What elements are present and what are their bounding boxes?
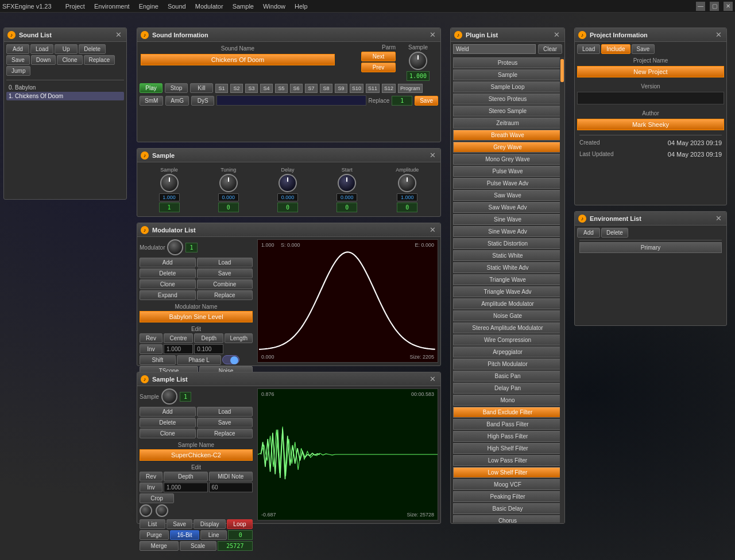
env-add[interactable]: Add bbox=[577, 228, 600, 238]
slot-program[interactable]: Program bbox=[398, 84, 423, 93]
sound-save-button[interactable]: Save bbox=[6, 55, 30, 65]
plugin-item-15[interactable]: Static Distortion bbox=[453, 238, 562, 249]
mod-phasel[interactable]: Phase L bbox=[177, 355, 221, 365]
plugin-item-2[interactable]: Sample Loop bbox=[453, 81, 562, 92]
sl-scale[interactable]: Scale bbox=[180, 541, 216, 551]
menu-modulator[interactable]: Modulator bbox=[191, 3, 228, 10]
slot-s12[interactable]: S12 bbox=[382, 84, 396, 93]
sample-k2-knob[interactable] bbox=[278, 174, 297, 192]
sound-load-button[interactable]: Load bbox=[30, 44, 53, 54]
plugin-list-close[interactable]: ✕ bbox=[552, 30, 561, 39]
plugin-item-32[interactable]: High Shelf Filter bbox=[453, 443, 562, 454]
mod-add[interactable]: Add bbox=[140, 258, 196, 267]
plugin-item-4[interactable]: Stereo Sample bbox=[453, 106, 562, 116]
proj-load[interactable]: Load bbox=[577, 44, 600, 54]
plugin-item-23[interactable]: Wire Compression bbox=[453, 335, 562, 345]
env-delete[interactable]: Delete bbox=[601, 228, 628, 238]
sl-merge[interactable]: Merge bbox=[140, 541, 179, 551]
mod-delete[interactable]: Delete bbox=[140, 269, 196, 278]
sl-loop[interactable]: Loop bbox=[227, 519, 253, 529]
plugin-item-30[interactable]: Band Pass Filter bbox=[453, 419, 562, 430]
mod-rev[interactable]: Rev bbox=[140, 333, 163, 343]
sample-knob[interactable] bbox=[409, 52, 427, 70]
dys-button[interactable]: DyS bbox=[191, 96, 214, 106]
plugin-item-0[interactable]: Proteus bbox=[453, 57, 562, 68]
plugin-item-16[interactable]: Static White bbox=[453, 250, 562, 261]
env-item-primary[interactable]: Primary bbox=[579, 242, 722, 253]
sl-load[interactable]: Load bbox=[197, 407, 253, 417]
sl-clone[interactable]: Clone bbox=[140, 429, 196, 438]
slot-s11[interactable]: S11 bbox=[366, 84, 380, 93]
mod-knob[interactable] bbox=[167, 239, 183, 255]
sound-save-btn[interactable]: Save bbox=[415, 96, 438, 106]
menu-window[interactable]: Window bbox=[258, 3, 290, 10]
mod-length-val[interactable] bbox=[194, 344, 223, 354]
mod-save[interactable]: Save bbox=[197, 269, 253, 278]
sound-down-button[interactable]: Down bbox=[31, 55, 56, 65]
slot-s6[interactable]: S6 bbox=[290, 84, 303, 93]
sl-rev[interactable]: Rev bbox=[140, 472, 163, 481]
proj-name-input[interactable] bbox=[577, 66, 724, 77]
slot-s8[interactable]: S8 bbox=[320, 84, 332, 93]
mod-depth-btn[interactable]: Depth bbox=[194, 333, 223, 343]
plugin-item-38[interactable]: Chorus bbox=[453, 515, 562, 523]
plugin-item-26[interactable]: Basic Pan bbox=[453, 371, 562, 382]
sl-add[interactable]: Add bbox=[140, 407, 196, 417]
slot-s1[interactable]: S1 bbox=[215, 84, 228, 93]
kill-button[interactable]: Kill bbox=[190, 83, 213, 93]
sound-up-button[interactable]: Up bbox=[55, 44, 78, 54]
menu-project[interactable]: Project bbox=[61, 3, 90, 10]
sl-midi-btn[interactable]: MIDI Note bbox=[209, 472, 253, 481]
menu-help[interactable]: Help bbox=[290, 3, 312, 10]
mod-replace[interactable]: Replace bbox=[197, 290, 253, 300]
plugin-item-36[interactable]: Peaking Filter bbox=[453, 491, 562, 502]
sl-knob[interactable] bbox=[161, 388, 177, 405]
plugin-item-19[interactable]: Triangle Wave Adv bbox=[453, 286, 562, 297]
plugin-scrollbar-thumb[interactable] bbox=[560, 59, 564, 82]
sound-add-button[interactable]: Add bbox=[6, 44, 29, 54]
env-list-close[interactable]: ✕ bbox=[714, 214, 723, 223]
plugin-item-31[interactable]: High Pass Filter bbox=[453, 431, 562, 442]
sample-k1-knob[interactable] bbox=[219, 174, 238, 192]
next-button[interactable]: Next bbox=[361, 52, 396, 61]
amg-button[interactable]: AmG bbox=[165, 96, 189, 106]
plugin-scrollbar[interactable] bbox=[560, 57, 564, 523]
plugin-item-9[interactable]: Pulse Wave bbox=[453, 166, 562, 177]
plugin-item-33[interactable]: Low Pass Filter bbox=[453, 455, 562, 466]
mod-centre[interactable]: Centre bbox=[164, 333, 193, 343]
menu-environment[interactable]: Environment bbox=[90, 3, 134, 10]
maximize-button[interactable]: ▢ bbox=[710, 2, 719, 11]
plugin-item-28[interactable]: Mono bbox=[453, 395, 562, 406]
project-info-close[interactable]: ✕ bbox=[714, 30, 723, 39]
sound-replace-button[interactable]: Replace bbox=[84, 55, 115, 65]
sample-k0-knob[interactable] bbox=[160, 174, 179, 192]
prev-button[interactable]: Prev bbox=[361, 63, 396, 72]
sound-info-close[interactable]: ✕ bbox=[428, 30, 437, 39]
plugin-item-12[interactable]: Saw Wave Adv bbox=[453, 202, 562, 213]
plugin-item-7[interactable]: Grey Wave bbox=[453, 142, 562, 153]
mod-length-btn[interactable]: Length bbox=[225, 333, 253, 343]
smm-button[interactable]: SmM bbox=[140, 96, 163, 106]
slot-s10[interactable]: S10 bbox=[350, 84, 363, 93]
mod-clone[interactable]: Clone bbox=[140, 279, 196, 289]
sl-display[interactable]: Display bbox=[194, 519, 226, 529]
sound-clone-button[interactable]: Clone bbox=[57, 55, 82, 65]
sl-list[interactable]: List bbox=[140, 519, 165, 529]
plugin-item-24[interactable]: Arpeggiator bbox=[453, 347, 562, 357]
sl-name-input[interactable] bbox=[140, 449, 253, 461]
mod-close[interactable]: ✕ bbox=[428, 225, 437, 234]
plugin-item-25[interactable]: Pitch Modulator bbox=[453, 359, 562, 370]
mod-expand[interactable]: Expand bbox=[140, 290, 196, 300]
sl-line[interactable]: Line bbox=[200, 530, 227, 540]
plugin-item-8[interactable]: Mono Grey Wave bbox=[453, 154, 562, 165]
slot-s2[interactable]: S2 bbox=[230, 84, 243, 93]
sound-item-1[interactable]: 1. Chickens Of Doom bbox=[6, 92, 124, 100]
plugin-item-14[interactable]: Sine Wave Adv bbox=[453, 226, 562, 237]
slot-s3[interactable]: S3 bbox=[245, 84, 258, 93]
sl-inv[interactable]: Inv bbox=[140, 483, 163, 492]
sl-depth-knob[interactable] bbox=[140, 504, 152, 517]
slot-s4[interactable]: S4 bbox=[260, 84, 273, 93]
slot-s9[interactable]: S9 bbox=[335, 84, 347, 93]
weld-input[interactable] bbox=[453, 44, 536, 54]
sl-midi-knob[interactable] bbox=[156, 504, 168, 517]
